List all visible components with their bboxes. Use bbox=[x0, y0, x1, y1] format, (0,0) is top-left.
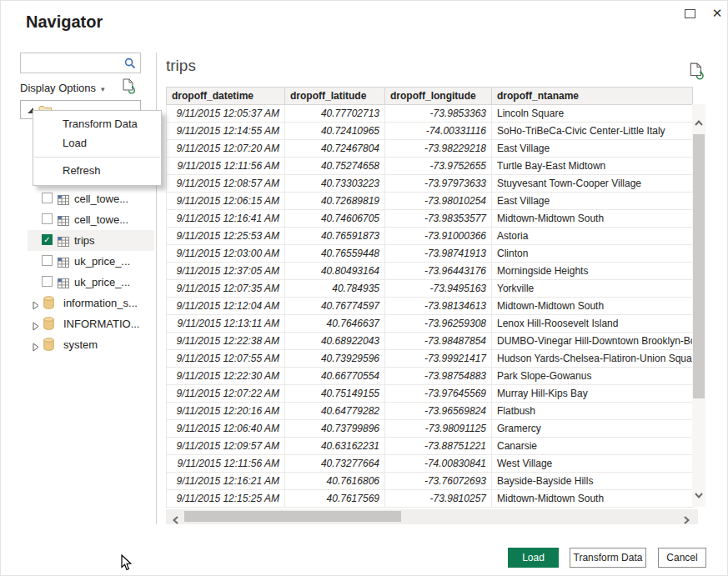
table-checkbox[interactable] bbox=[42, 213, 53, 224]
column-header[interactable]: dropoff_ntaname bbox=[492, 88, 693, 105]
vertical-scrollbar[interactable] bbox=[692, 104, 705, 507]
tree-item-label: cell_towe... bbox=[74, 213, 128, 226]
maximize-icon[interactable] bbox=[685, 9, 695, 18]
horizontal-scrollbar-thumb[interactable] bbox=[184, 511, 401, 522]
preview-title: trips bbox=[166, 57, 196, 75]
column-header[interactable]: dropoff_longitude bbox=[385, 88, 492, 105]
column-header[interactable]: dropoff_datetime bbox=[167, 88, 285, 105]
table-row[interactable]: 9/11/2015 12:22:38 AM 40.68922043 -73.98… bbox=[167, 333, 693, 350]
load-button[interactable]: Load bbox=[508, 548, 559, 568]
cell-dropoff-ntaname: Turtle Bay-East Midtown bbox=[492, 158, 693, 175]
cell-dropoff-ntaname: East Village bbox=[492, 140, 693, 158]
table-checkbox[interactable] bbox=[42, 234, 53, 245]
column-header[interactable]: dropoff_latitude bbox=[285, 88, 385, 105]
cancel-button[interactable]: Cancel bbox=[658, 548, 706, 568]
cell-dropoff-datetime: 9/11/2015 12:11:56 AM bbox=[167, 158, 285, 175]
table-row[interactable]: 9/11/2015 12:25:53 AM 40.76591873 -73.91… bbox=[167, 228, 693, 245]
tree-item-label: information_s... bbox=[63, 297, 138, 309]
scroll-right-icon[interactable] bbox=[684, 513, 690, 528]
table-row[interactable]: 9/11/2015 12:06:40 AM 40.73799896 -73.98… bbox=[167, 420, 693, 438]
cell-dropoff-datetime: 9/11/2015 12:22:38 AM bbox=[167, 333, 285, 350]
table-row[interactable]: 9/11/2015 12:07:20 AM 40.72467804 -73.98… bbox=[167, 140, 693, 158]
cell-dropoff-latitude: 40.76591873 bbox=[285, 228, 385, 245]
context-menu-item[interactable]: Transform Data bbox=[33, 114, 161, 133]
tree-item-database[interactable]: system bbox=[28, 334, 154, 355]
expand-icon[interactable] bbox=[33, 340, 39, 355]
table-row[interactable]: 9/11/2015 12:16:21 AM 40.7616806 -73.760… bbox=[167, 473, 693, 490]
cell-dropoff-ntaname: Stuyvesant Town-Cooper Village bbox=[492, 175, 693, 193]
scroll-down-icon[interactable] bbox=[695, 487, 703, 502]
context-menu-item[interactable]: Load bbox=[33, 133, 161, 153]
table-row[interactable]: 9/11/2015 12:37:05 AM 40.80493164 -73.96… bbox=[167, 263, 693, 280]
table-checkbox[interactable] bbox=[42, 255, 53, 266]
tree-item-database[interactable]: information_s... bbox=[28, 293, 154, 313]
table-row[interactable]: 9/11/2015 12:16:41 AM 40.74606705 -73.98… bbox=[167, 210, 693, 228]
refresh-preview-icon[interactable] bbox=[123, 78, 135, 98]
display-options-dropdown[interactable]: Display Options▾ bbox=[20, 82, 105, 94]
cell-dropoff-longitude: -73.9853363 bbox=[385, 105, 492, 123]
table-row[interactable]: 9/11/2015 12:11:56 AM 40.75274658 -73.97… bbox=[167, 158, 693, 175]
scroll-left-icon[interactable] bbox=[173, 513, 178, 528]
cell-dropoff-datetime: 9/11/2015 12:05:37 AM bbox=[167, 105, 285, 123]
search-input[interactable] bbox=[24, 54, 123, 72]
vertical-scrollbar-thumb[interactable] bbox=[693, 134, 705, 398]
cell-dropoff-ntaname: Morningside Heights bbox=[492, 263, 693, 280]
cell-dropoff-datetime: 9/11/2015 12:22:30 AM bbox=[167, 368, 285, 385]
table-icon bbox=[58, 214, 69, 229]
tree-item-table[interactable]: cell_towe... bbox=[28, 188, 154, 209]
cell-dropoff-datetime: 9/11/2015 12:07:22 AM bbox=[167, 385, 285, 403]
table-row[interactable]: 9/11/2015 12:06:15 AM 40.72689819 -73.98… bbox=[167, 193, 693, 210]
expand-icon[interactable] bbox=[33, 298, 39, 313]
table-row[interactable]: 9/11/2015 12:07:55 AM 40.73929596 -73.99… bbox=[167, 350, 693, 368]
context-menu-item[interactable]: Refresh bbox=[33, 161, 161, 180]
cell-dropoff-latitude: 40.73929596 bbox=[285, 350, 385, 368]
close-icon[interactable]: ✕ bbox=[710, 5, 725, 22]
transform-data-button[interactable]: Transform Data bbox=[570, 548, 646, 568]
cell-dropoff-datetime: 9/11/2015 12:07:20 AM bbox=[167, 140, 285, 158]
table-row[interactable]: 9/11/2015 12:07:22 AM 40.75149155 -73.97… bbox=[167, 385, 693, 403]
table-row[interactable]: 9/11/2015 12:20:16 AM 40.64779282 -73.96… bbox=[167, 403, 693, 420]
tree-item-database[interactable]: INFORMATIO... bbox=[28, 313, 154, 334]
menu-divider bbox=[34, 157, 160, 158]
table-row[interactable]: 9/11/2015 12:22:30 AM 40.66770554 -73.98… bbox=[167, 368, 693, 385]
table-row[interactable]: 9/11/2015 12:07:35 AM 40.784935 -73.9495… bbox=[167, 280, 693, 298]
tree-item-table[interactable]: uk_price_... bbox=[28, 272, 154, 293]
table-row[interactable]: 9/11/2015 12:12:04 AM 40.76774597 -73.98… bbox=[167, 298, 693, 315]
tree-item-table[interactable]: cell_towe... bbox=[28, 209, 154, 230]
cell-dropoff-longitude: -73.98741913 bbox=[385, 245, 492, 263]
cell-dropoff-longitude: -73.98134613 bbox=[385, 298, 492, 315]
tree-databases: information_s... INFORMATIO... system bbox=[1, 293, 156, 355]
table-row[interactable]: 9/11/2015 12:14:55 AM 40.72410965 -74.00… bbox=[167, 123, 693, 140]
cell-dropoff-longitude: -73.9752655 bbox=[385, 158, 492, 175]
cell-dropoff-latitude: 40.75274658 bbox=[285, 158, 385, 175]
table-row[interactable]: 9/11/2015 12:15:25 AM 40.7617569 -73.981… bbox=[167, 490, 693, 508]
cell-dropoff-longitude: -73.76072693 bbox=[385, 473, 492, 490]
tree-item-table[interactable]: uk_price_... bbox=[28, 251, 154, 272]
horizontal-scrollbar[interactable] bbox=[166, 509, 698, 524]
cell-dropoff-latitude: 40.7616806 bbox=[285, 473, 385, 490]
table-checkbox[interactable] bbox=[42, 276, 53, 287]
tree-item-table[interactable]: trips bbox=[28, 230, 154, 251]
table-checkbox[interactable] bbox=[42, 193, 53, 203]
cell-dropoff-ntaname: Midtown-Midtown South bbox=[492, 210, 693, 228]
expand-icon[interactable] bbox=[33, 319, 39, 334]
cell-dropoff-latitude: 40.784935 bbox=[285, 280, 385, 298]
table-row[interactable]: 9/11/2015 12:13:11 AM 40.7646637 -73.962… bbox=[167, 315, 693, 333]
cell-dropoff-latitude: 40.63162231 bbox=[285, 438, 385, 455]
search-icon[interactable] bbox=[124, 58, 136, 73]
scroll-up-icon[interactable] bbox=[695, 114, 703, 129]
cell-dropoff-ntaname: Clinton bbox=[492, 245, 693, 263]
refresh-preview-table-icon[interactable] bbox=[690, 63, 704, 83]
table-row[interactable]: 9/11/2015 12:08:57 AM 40.73303223 -73.97… bbox=[167, 175, 693, 193]
cell-dropoff-ntaname: Canarsie bbox=[492, 438, 693, 455]
cell-dropoff-ntaname: Murray Hill-Kips Bay bbox=[492, 385, 693, 403]
table-row[interactable]: 9/11/2015 12:05:37 AM 40.77702713 -73.98… bbox=[167, 105, 693, 123]
cell-dropoff-datetime: 9/11/2015 12:16:21 AM bbox=[167, 473, 285, 490]
table-row[interactable]: 9/11/2015 12:09:57 AM 40.63162231 -73.88… bbox=[167, 438, 693, 455]
cell-dropoff-datetime: 9/11/2015 12:09:57 AM bbox=[167, 438, 285, 455]
table-row[interactable]: 9/11/2015 12:03:00 AM 40.76559448 -73.98… bbox=[167, 245, 693, 263]
cell-dropoff-ntaname: West Village bbox=[492, 455, 693, 473]
table-row[interactable]: 9/11/2015 12:11:56 AM 40.73277664 -74.00… bbox=[167, 455, 693, 473]
tree-item-label: INFORMATIO... bbox=[63, 318, 139, 330]
cell-dropoff-datetime: 9/11/2015 12:20:16 AM bbox=[167, 403, 285, 420]
